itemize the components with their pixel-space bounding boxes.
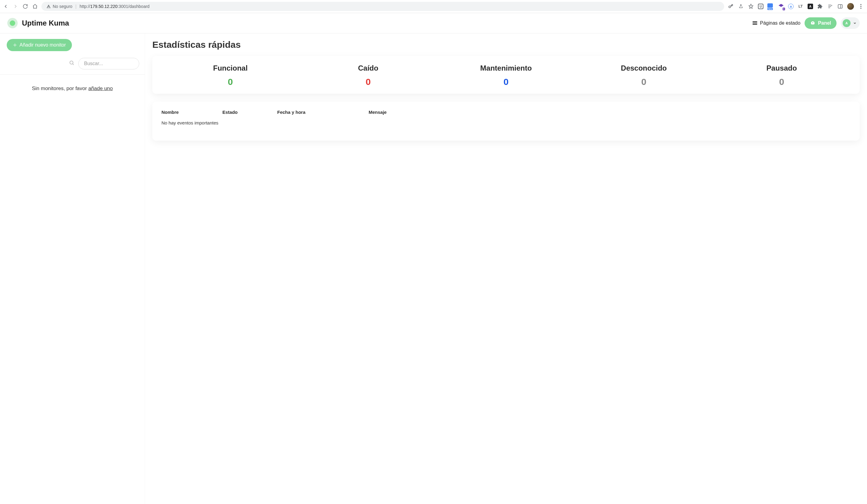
dashboard-icon: [810, 20, 815, 26]
svg-rect-8: [752, 24, 757, 25]
stats-card: Funcional 0 Caído 0 Mantenimiento 0 Desc…: [152, 56, 860, 94]
col-nombre: Nombre: [161, 110, 222, 115]
panel-button[interactable]: Panel: [804, 17, 836, 29]
search-input[interactable]: [78, 58, 139, 69]
reading-list-icon[interactable]: [827, 3, 833, 9]
svg-point-5: [860, 8, 861, 9]
stat-value: 0: [437, 77, 575, 87]
divider: |: [76, 4, 77, 9]
stat-label: Desconocido: [575, 64, 713, 73]
app-logo-icon: [7, 18, 18, 28]
status-pages-link[interactable]: Páginas de estado: [752, 20, 801, 26]
svg-point-3: [860, 4, 861, 5]
events-card: Nombre Estado Fecha y hora Mensaje No ha…: [152, 102, 860, 141]
add-one-link[interactable]: añade uno: [88, 86, 113, 91]
stat-value: 0: [575, 77, 713, 87]
bookmark-star-icon[interactable]: [748, 3, 754, 9]
app-header: Uptime Kuma Páginas de estado Panel A: [0, 13, 867, 33]
warning-icon: [46, 4, 51, 9]
content: Estadísticas rápidas Funcional 0 Caído 0…: [145, 33, 867, 504]
extensions-puzzle-icon[interactable]: [817, 3, 823, 9]
stat-pausado: Pausado 0: [713, 64, 850, 87]
stat-caido: Caído 0: [299, 64, 437, 87]
sidepanel-icon[interactable]: [837, 3, 843, 9]
stat-value: 0: [713, 77, 850, 87]
address-bar[interactable]: No seguro | http://179.50.12.220:3001/da…: [41, 2, 724, 11]
sidebar: Añadir nuevo monitor Sin monitores, por …: [0, 33, 145, 504]
nav-buttons: [3, 4, 38, 9]
add-monitor-label: Añadir nuevo monitor: [20, 42, 66, 48]
not-secure-text: No seguro: [53, 4, 73, 9]
extension-purple-icon[interactable]: 6: [778, 3, 784, 9]
svg-rect-1: [838, 4, 842, 8]
plus-icon: [13, 43, 17, 47]
extension-lt-icon[interactable]: LT: [798, 3, 804, 9]
not-secure-badge: No seguro: [46, 4, 73, 9]
chevron-down-icon: [853, 21, 857, 25]
key-icon[interactable]: [728, 3, 734, 9]
search-row: [0, 51, 145, 75]
stat-funcional: Funcional 0: [161, 64, 299, 87]
svg-rect-7: [752, 23, 757, 23]
svg-point-0: [729, 6, 730, 8]
user-menu[interactable]: A: [841, 17, 860, 29]
extension-at-icon[interactable]: a: [788, 4, 794, 9]
stat-desconocido: Desconocido 0: [575, 64, 713, 87]
events-header: Nombre Estado Fecha y hora Mensaje: [161, 110, 850, 115]
logo-area[interactable]: Uptime Kuma: [7, 18, 69, 28]
search-icon: [69, 60, 75, 67]
share-icon[interactable]: [738, 3, 744, 9]
stat-label: Mantenimiento: [437, 64, 575, 73]
main-layout: Añadir nuevo monitor Sin monitores, por …: [0, 33, 867, 504]
header-right: Páginas de estado Panel A: [752, 17, 860, 29]
chrome-menu-icon[interactable]: [858, 3, 864, 9]
extension-dark-icon[interactable]: A: [807, 4, 813, 9]
svg-point-4: [860, 6, 861, 7]
col-mensaje: Mensaje: [368, 110, 850, 115]
no-monitors-prefix: Sin monitores, por favor: [32, 86, 88, 91]
stat-value: 0: [299, 77, 437, 87]
svg-line-10: [73, 64, 74, 65]
extension-new-icon[interactable]: New: [767, 3, 774, 9]
svg-rect-6: [752, 21, 757, 22]
col-estado: Estado: [222, 110, 277, 115]
stat-mantenimiento: Mantenimiento 0: [437, 64, 575, 87]
back-button[interactable]: [3, 4, 9, 9]
status-pages-label: Páginas de estado: [760, 20, 801, 26]
user-avatar: A: [843, 19, 850, 27]
col-fecha: Fecha y hora: [277, 110, 368, 115]
no-events-message: No hay eventos importantes: [161, 120, 850, 125]
browser-toolbar: No seguro | http://179.50.12.220:3001/da…: [0, 0, 867, 13]
extension-shield-icon[interactable]: U: [758, 4, 763, 9]
stat-value: 0: [161, 77, 299, 87]
stat-label: Pausado: [713, 64, 850, 73]
add-monitor-button[interactable]: Añadir nuevo monitor: [7, 39, 72, 51]
svg-point-9: [70, 61, 73, 64]
no-monitors-message: Sin monitores, por favor añade uno: [0, 75, 145, 102]
app-title: Uptime Kuma: [22, 19, 69, 28]
forward-button[interactable]: [13, 4, 18, 9]
home-button[interactable]: [32, 4, 38, 9]
browser-actions: U New 6 a LT A: [728, 3, 864, 10]
url-text: http://179.50.12.220:3001/dashboard: [79, 4, 150, 9]
reload-button[interactable]: [23, 4, 28, 9]
panel-label: Panel: [818, 20, 831, 26]
profile-avatar[interactable]: [847, 3, 854, 10]
list-icon: [752, 21, 758, 25]
page-title: Estadísticas rápidas: [152, 40, 860, 50]
stat-label: Caído: [299, 64, 437, 73]
stat-label: Funcional: [161, 64, 299, 73]
